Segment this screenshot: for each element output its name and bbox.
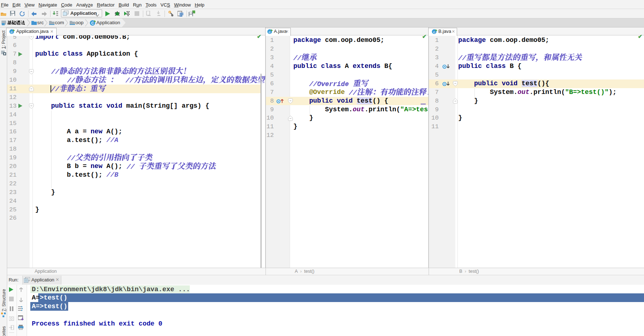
svg-text:C: C [11, 31, 13, 34]
svg-text:C: C [433, 31, 435, 34]
svg-text:C: C [269, 31, 271, 34]
svg-text:C: C [91, 21, 94, 25]
